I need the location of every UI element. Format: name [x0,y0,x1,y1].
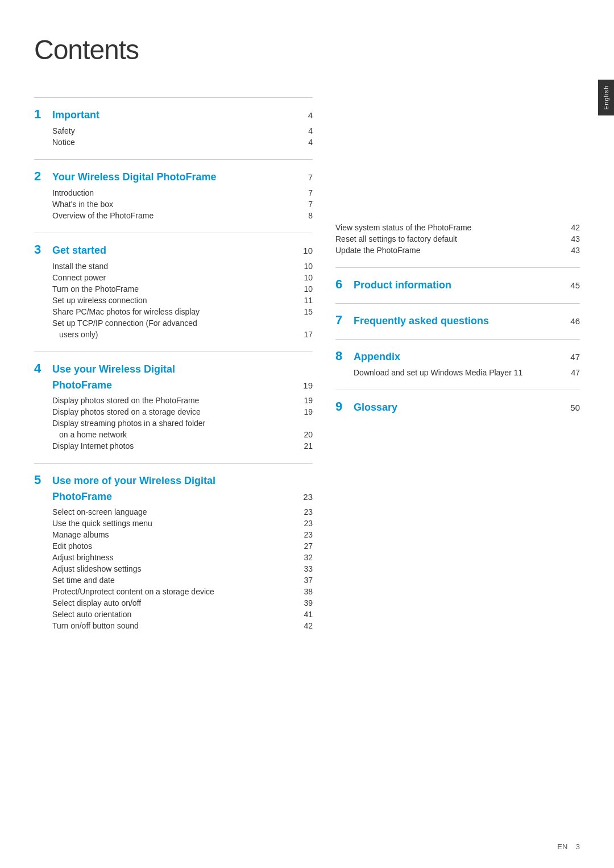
section-4-number: 4 [34,361,45,376]
toc-section-1: 1 Important 4 Safety 4 Notice 4 [34,97,313,148]
toc-section-6: 6 Product information 45 [335,267,580,292]
toc-item-page: 19 [299,396,313,405]
toc-item: Adjust slideshow settings 33 [34,563,313,574]
toc-item-label: Adjust slideshow settings [52,564,299,573]
toc-item-page: 41 [299,610,313,619]
section-6-number: 6 [335,277,347,292]
divider-5 [34,463,313,464]
toc-item-label: Display Internet photos [52,441,299,450]
toc-item-label: Use the quick settings menu [52,519,299,528]
section-1-number: 1 [34,107,45,122]
toc-item-page: 10 [299,262,313,271]
section-3-number: 3 [34,242,45,257]
toc-item-label: Display photos stored on the PhotoFrame [52,396,299,405]
toc-item-label: Display photos stored on a storage devic… [52,407,299,416]
divider-1 [34,97,313,98]
toc-item-label: Turn on the PhotoFrame [52,284,299,294]
toc-item-label: View system status of the PhotoFrame [335,223,566,232]
section-7-title: Frequently asked questions [354,315,489,327]
section-6-title: Product information [354,279,451,291]
section-7-page: 46 [570,316,580,326]
toc-item-page: 10 [299,273,313,282]
section-5-title: Use more of your Wireless Digital [52,475,215,487]
toc-section-3: 3 Get started 10 Install the stand 10 Co… [34,233,313,340]
page-number-value: 3 [576,842,580,851]
section-8-header: 8 Appendix 47 [335,349,580,363]
right-col-continuation: View system status of the PhotoFrame 42 … [335,88,580,256]
section-6-page: 45 [570,280,580,290]
section-5-number: 5 [34,473,45,487]
toc-item-page: 37 [299,576,313,585]
section-2-header: 2 Your Wireless Digital PhotoFrame 7 [34,169,313,184]
side-tab: English [598,80,614,115]
toc-item-page: 7 [299,200,313,209]
toc-item-label: Turn on/off button sound [52,621,299,630]
toc-item: Select auto orientation 41 [34,609,313,620]
toc-item: What's in the box 7 [34,199,313,210]
toc-item: Download and set up Windows Media Player… [335,367,580,378]
toc-right-column: View system status of the PhotoFrame 42 … [335,88,580,631]
toc-item: Update the PhotoFrame 43 [335,245,580,256]
toc-item: Set up TCP/IP connection (For advanced [34,317,313,329]
section-2-page: 7 [308,172,313,182]
toc-item-label: Share PC/Mac photos for wireless display [52,307,299,316]
section-9-header: 9 Glossary 50 [335,399,580,414]
side-tab-label: English [603,85,609,110]
toc-item-label: users only) [59,330,299,339]
toc-item-label: Select display auto on/off [52,598,299,607]
section-7-number: 7 [335,313,347,328]
toc-item-page: 23 [299,519,313,528]
section-6-header: 6 Product information 45 [335,277,580,292]
toc-section-8: 8 Appendix 47 Download and set up Window… [335,339,580,378]
toc-item: Notice 4 [34,137,313,148]
toc-item-label: Set up wireless connection [52,296,299,305]
section-2-number: 2 [34,169,45,184]
section-1-header: 1 Important 4 [34,107,313,122]
toc-item-page: 19 [299,407,313,416]
toc-item: Edit photos 27 [34,540,313,552]
toc-item-page: 20 [299,430,313,439]
toc-item-label: Notice [52,138,299,147]
section-9-title: Glossary [354,402,397,414]
toc-section-9: 9 Glossary 50 [335,390,580,414]
divider-2 [34,159,313,160]
toc-item: Select on-screen language 23 [34,506,313,518]
toc-item: Overview of the PhotoFrame 8 [34,210,313,221]
toc-item: Select display auto on/off 39 [34,597,313,609]
page-number-label: EN [557,842,567,851]
section-4-title-line2: PhotoFrame [52,379,112,391]
toc-item-label: Introduction [52,188,299,197]
toc-item-page: 39 [299,598,313,607]
section-7-header: 7 Frequently asked questions 46 [335,313,580,328]
toc-item-page: 23 [299,507,313,516]
toc-item-label: Display streaming photos in a shared fol… [52,419,299,428]
section-8-number: 8 [335,349,347,363]
toc-item-page: 42 [566,223,580,232]
toc-item: Adjust brightness 32 [34,552,313,563]
toc-item-page: 8 [299,211,313,220]
toc-left-column: 1 Important 4 Safety 4 Notice 4 2 Y [34,88,313,631]
toc-section-7: 7 Frequently asked questions 46 [335,303,580,328]
page-title: Contents [34,34,580,65]
toc-item: Use the quick settings menu 23 [34,518,313,529]
divider-4 [34,352,313,352]
divider-6 [335,267,580,268]
toc-item-label: on a home network [59,430,299,439]
section-9-page: 50 [570,403,580,412]
section-5-header: 5 Use more of your Wireless Digital [34,473,313,487]
toc-item-page: 33 [299,564,313,573]
toc-item-label: Download and set up Windows Media Player… [354,368,566,377]
toc-item: Protect/Unprotect content on a storage d… [34,586,313,597]
toc-item-page: 27 [299,542,313,551]
toc-item-label: Select auto orientation [52,610,299,619]
divider-9 [335,390,580,390]
divider-7 [335,303,580,304]
toc-item-page: 7 [299,188,313,197]
toc-section-2: 2 Your Wireless Digital PhotoFrame 7 Int… [34,159,313,221]
toc-item-label: Set up TCP/IP connection (For advanced [52,319,299,328]
toc-item-page: 47 [566,368,580,377]
toc-item: View system status of the PhotoFrame 42 [335,222,580,233]
section-5-page: 23 [303,492,313,502]
toc-item: Set up wireless connection 11 [34,295,313,306]
section-4-title: Use your Wireless Digital [52,363,175,375]
